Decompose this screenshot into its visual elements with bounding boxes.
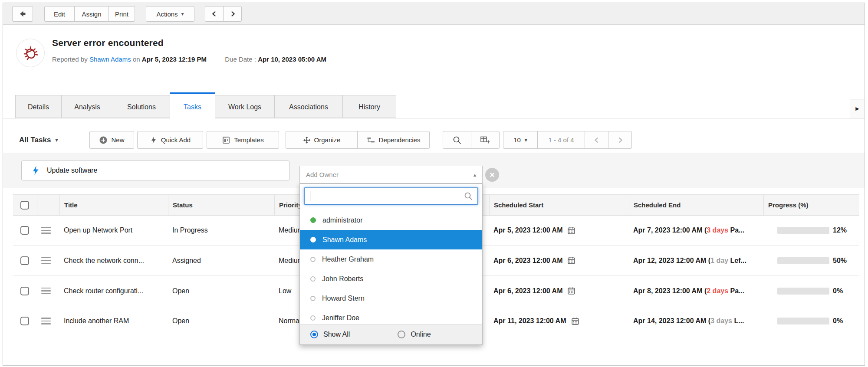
owner-option-john-roberts[interactable]: John Roberts — [300, 269, 482, 288]
search-tasks-button[interactable] — [443, 131, 471, 149]
progress-label: 12% — [833, 226, 847, 234]
lightning-icon — [150, 136, 158, 144]
drag-handle-icon[interactable] — [41, 227, 51, 234]
task-title[interactable]: Check the network conn... — [59, 246, 168, 275]
due-date: Apr 10, 2023 05:00 AM — [258, 56, 326, 63]
calendar-icon[interactable] — [567, 286, 576, 295]
templates-icon — [222, 136, 230, 144]
bug-icon — [22, 44, 39, 62]
pagination-prev-button[interactable] — [585, 131, 608, 149]
progress-cell: 0% — [763, 276, 859, 306]
task-title[interactable]: Check router configurati... — [59, 276, 168, 306]
tab-solutions[interactable]: Solutions — [113, 95, 170, 118]
tab-work-logs[interactable]: Work Logs — [215, 95, 275, 118]
search-icon — [452, 135, 462, 145]
column-header-title[interactable]: Title — [59, 195, 168, 215]
tab-associations[interactable]: Associations — [274, 95, 343, 118]
drag-handle-icon[interactable] — [41, 257, 51, 264]
edit-button[interactable]: Edit — [44, 6, 75, 22]
offline-status-dot — [310, 257, 316, 262]
task-status: Open — [168, 276, 274, 306]
progress-label: 0% — [833, 287, 843, 295]
progress-bar — [777, 288, 829, 295]
print-button[interactable]: Print — [108, 6, 135, 22]
status-dot — [310, 237, 316, 242]
tab-analysis[interactable]: Analysis — [61, 95, 113, 118]
owner-option-administrator[interactable]: administrator — [300, 210, 482, 230]
show-all-radio[interactable]: Show All — [310, 331, 350, 338]
calendar-icon[interactable] — [567, 226, 576, 235]
task-status: In Progress — [168, 216, 274, 245]
progress-bar — [777, 318, 829, 324]
tab-tasks[interactable]: Tasks — [170, 92, 215, 121]
quick-add-task-input[interactable] — [47, 167, 283, 174]
task-status: Assigned — [168, 246, 274, 275]
progress-cell: 0% — [763, 306, 859, 336]
task-title[interactable]: Open up Network Port — [59, 216, 168, 245]
back-arrow-icon — [18, 10, 27, 18]
previous-record-button[interactable] — [205, 6, 224, 22]
progress-label: 50% — [833, 257, 847, 265]
column-header-status[interactable]: Status — [168, 195, 274, 215]
row-checkbox[interactable] — [20, 287, 29, 295]
pagination-range: 1 - 4 of 4 — [537, 131, 585, 149]
online-status-dot — [310, 217, 316, 223]
add-owner-select[interactable]: Add Owner ▴ — [299, 166, 483, 184]
owner-search-input[interactable] — [310, 192, 464, 200]
pagination-next-button[interactable] — [608, 131, 632, 149]
row-checkbox[interactable] — [20, 226, 29, 235]
owner-filter-footer: Show All Online — [300, 324, 482, 344]
owner-option-howard-stern[interactable]: Howard Stern — [300, 288, 482, 308]
organize-button[interactable]: Organize — [286, 131, 358, 149]
plus-circle-icon — [99, 136, 108, 144]
reporter-link[interactable]: Shawn Adams — [89, 56, 131, 63]
app-frame: Edit Assign Print Actions ▾ — [3, 3, 865, 366]
caret-down-icon: ▾ — [181, 11, 184, 16]
progress-bar — [777, 227, 829, 234]
actions-menu-button[interactable]: Actions ▾ — [146, 6, 194, 22]
drag-handle-icon[interactable] — [41, 288, 51, 295]
owner-option-heather-graham[interactable]: Heather Graham — [300, 249, 482, 269]
page-size-dropdown[interactable]: 10 ▾ — [503, 131, 538, 149]
owner-search-field[interactable] — [304, 187, 478, 205]
templates-button[interactable]: Templates — [207, 131, 279, 149]
task-status: Open — [168, 306, 274, 336]
tab-scroll-right-button[interactable]: ▶ — [850, 99, 865, 118]
task-filter-dropdown[interactable]: All Tasks ▾ — [19, 131, 58, 149]
tab-bar: Details Analysis Solutions Tasks Work Lo… — [16, 95, 396, 121]
owner-option-shawn-adams[interactable]: Shawn Adams — [300, 230, 482, 249]
chevron-left-icon — [593, 136, 601, 144]
column-header-progress[interactable]: Progress (%) — [763, 195, 859, 215]
column-header-scheduled-end[interactable]: Scheduled End — [629, 195, 763, 215]
tab-history[interactable]: History — [342, 95, 396, 118]
assign-button[interactable]: Assign — [74, 6, 109, 22]
days-overdue: 3 days — [707, 226, 728, 234]
drag-handle-icon[interactable] — [41, 318, 51, 324]
caret-down-icon: ▾ — [55, 138, 58, 143]
row-checkbox[interactable] — [20, 256, 29, 265]
task-title[interactable]: Include another RAM — [59, 306, 168, 336]
online-radio[interactable]: Online — [398, 331, 431, 338]
scroll-right-icon: ▶ — [855, 106, 859, 111]
progress-cell: 12% — [763, 216, 859, 245]
add-column-button[interactable] — [471, 131, 500, 149]
calendar-icon[interactable] — [567, 256, 576, 265]
tab-details[interactable]: Details — [15, 95, 62, 118]
lightning-icon — [31, 166, 40, 175]
new-task-button[interactable]: New — [89, 131, 134, 149]
row-checkbox[interactable] — [20, 317, 29, 325]
column-header-scheduled-start[interactable]: Scheduled Start — [489, 195, 629, 215]
dependencies-button[interactable]: Dependencies — [357, 131, 430, 149]
back-button[interactable] — [12, 6, 33, 22]
quick-add-button[interactable]: Quick Add — [137, 131, 203, 149]
close-icon[interactable]: × — [485, 168, 499, 182]
days-overdue: 2 days — [707, 287, 728, 295]
scheduled-start-cell: Apr 11, 2023 12:00 AM — [489, 306, 629, 336]
select-all-checkbox[interactable] — [20, 201, 29, 210]
quick-add-task-field[interactable] — [21, 161, 289, 180]
scheduled-end-cell: Apr 14, 2023 12:00 AM (3 days L... — [629, 306, 763, 336]
calendar-icon[interactable] — [571, 317, 580, 326]
radio-selected-icon — [310, 331, 318, 338]
next-record-button[interactable] — [223, 6, 242, 22]
caret-down-icon: ▾ — [525, 138, 527, 143]
